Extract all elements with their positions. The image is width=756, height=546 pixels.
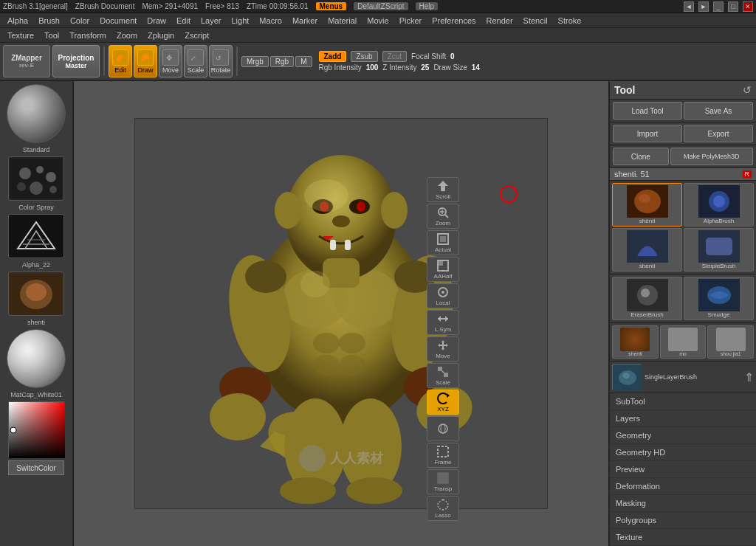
zsub-button[interactable]: Zsub <box>351 51 377 62</box>
default-script[interactable]: DefaultZScript <box>354 2 408 10</box>
menu-color[interactable]: Color <box>66 15 94 26</box>
menu-stroke[interactable]: Stroke <box>554 15 586 26</box>
menu-layer[interactable]: Layer <box>196 15 226 26</box>
single-brush-thumb[interactable] <box>612 364 642 390</box>
brush-item-smudge[interactable]: Smudge <box>684 277 754 320</box>
lasso-tool[interactable]: Lasso <box>427 496 459 521</box>
single-brush-label: SingleLayerBrush <box>645 373 741 381</box>
menu-brush[interactable]: Brush <box>34 15 64 26</box>
load-tool-button[interactable]: Load Tool <box>613 102 682 120</box>
scale-tool[interactable]: Scale <box>427 363 459 388</box>
svg-point-25 <box>339 355 365 376</box>
clone-button[interactable]: Clone <box>613 148 669 165</box>
tool-item-subtool[interactable]: SubTool <box>610 393 756 410</box>
brush-arrow-icon[interactable]: ⇑ <box>744 370 754 384</box>
rotate-tool[interactable]: XYZ <box>427 390 459 415</box>
brush-item-alphabrush[interactable]: AlphaBrush <box>684 183 754 227</box>
menu-stencil[interactable]: Stencil <box>519 15 552 26</box>
brush-item-shenti2[interactable]: shenti <box>612 228 682 272</box>
minimize-btn[interactable]: _ <box>713 1 724 12</box>
rgb-button[interactable]: Rgb <box>270 56 294 67</box>
menu-document[interactable]: Document <box>95 15 141 26</box>
tool-item-layers[interactable]: Layers <box>610 410 756 427</box>
brush-item-eraser[interactable]: EraserBrush <box>612 277 682 320</box>
tool-item-polygroups[interactable]: Polygroups <box>610 512 756 529</box>
menu-light[interactable]: Light <box>227 15 254 26</box>
brush-item-simplebrush[interactable]: SimpleBrush <box>684 228 754 272</box>
menus-btn[interactable]: Menus <box>316 2 347 10</box>
menu-preferences[interactable]: Preferences <box>427 15 480 26</box>
scale-button[interactable]: ⤢ Scale <box>184 45 207 77</box>
brush-item-sm-3[interactable]: shou jia1 <box>707 325 754 359</box>
switch-color-button[interactable]: SwitchColor <box>8 460 64 475</box>
scroll-tool[interactable]: Scroll <box>427 177 459 202</box>
maximize-btn[interactable]: □ <box>728 1 738 12</box>
zoom-tool[interactable]: Zoom <box>427 204 459 229</box>
zadd-button[interactable]: Zadd <box>319 51 347 62</box>
load-save-row: Load Tool Save As <box>610 100 756 122</box>
brush-item-shenti[interactable]: shenti <box>612 183 682 227</box>
make-polymesh-button[interactable]: Make PolyMesh3D <box>670 148 753 165</box>
import-button[interactable]: Import <box>613 125 682 142</box>
menu-texture[interactable]: Texture <box>3 30 38 41</box>
save-as-button[interactable]: Save As <box>684 102 753 120</box>
menu-transform[interactable]: Transform <box>65 30 111 41</box>
tool-item-preview[interactable]: Preview <box>610 461 756 478</box>
menu-zoom[interactable]: Zoom <box>112 30 142 41</box>
menu-alpha[interactable]: Alpha <box>3 15 32 26</box>
local-tool[interactable]: Local <box>427 283 459 308</box>
frame-tool[interactable]: Frame <box>427 443 459 468</box>
tool-item-deformation[interactable]: Deformation <box>610 478 756 495</box>
brush-item-sm-1[interactable]: shenti <box>612 325 659 359</box>
refresh-icon[interactable]: ↺ <box>743 84 752 96</box>
menu-marker[interactable]: Marker <box>288 15 322 26</box>
tool-item-geometry-hd[interactable]: Geometry HD <box>610 444 756 461</box>
canvas-inner[interactable]: 人人素材 <box>134 118 548 509</box>
tool-item-masking[interactable]: Masking <box>610 495 756 512</box>
zcut-button[interactable]: Zcut <box>382 51 407 62</box>
menu-edit[interactable]: Edit <box>172 15 195 26</box>
m-button[interactable]: M <box>295 56 312 67</box>
svg-text:✥: ✥ <box>166 54 172 62</box>
nav-left[interactable]: ◄ <box>684 1 694 12</box>
canvas-area[interactable]: 人人素材 Scroll Zoom Actual AAHalf <box>74 81 608 546</box>
menu-movie[interactable]: Movie <box>362 15 393 26</box>
mrgb-button[interactable]: Mrgb <box>241 56 269 67</box>
alpha-swatch[interactable] <box>8 214 64 258</box>
standard-brush-swatch[interactable] <box>7 84 66 143</box>
close-btn[interactable]: ✕ <box>743 1 753 12</box>
draw-button[interactable]: Draw <box>134 45 157 77</box>
transp-tool[interactable]: Transp <box>427 469 459 494</box>
aahalf-tool[interactable]: AAHalf <box>427 257 459 282</box>
menu-picker[interactable]: Picker <box>395 15 427 26</box>
menu-zplugin[interactable]: Zplugin <box>143 30 179 41</box>
rgb-intensity-label: Rgb Intensity 100 <box>319 63 379 72</box>
rotate-button[interactable]: ↺ Rotate <box>209 45 233 77</box>
brush-thumb-sm-1 <box>620 328 650 351</box>
menu-zscript[interactable]: Zscript <box>180 30 213 41</box>
nav-right[interactable]: ► <box>698 1 709 12</box>
tool-item-geometry[interactable]: Geometry <box>610 427 756 444</box>
move-tool[interactable]: Move <box>427 336 459 362</box>
color-spray-swatch[interactable] <box>8 156 64 201</box>
menu-render[interactable]: Render <box>482 15 518 26</box>
svg-point-35 <box>381 192 408 229</box>
export-button[interactable]: Export <box>684 125 753 142</box>
move-button[interactable]: ✥ Move <box>159 45 182 77</box>
zmapper-button[interactable]: ZMapper rev-E <box>3 45 50 77</box>
gyro-tool[interactable] <box>427 416 459 441</box>
matcap-swatch[interactable] <box>7 329 66 388</box>
menu-draw[interactable]: Draw <box>142 15 171 26</box>
menu-material[interactable]: Material <box>323 15 361 26</box>
menu-macro[interactable]: Macro <box>255 15 286 26</box>
color-picker[interactable] <box>8 401 64 457</box>
edit-button[interactable]: Edit <box>109 45 132 77</box>
projection-master-button[interactable]: Projection Master <box>52 45 100 77</box>
help-btn[interactable]: Help <box>416 2 439 10</box>
lsym-tool[interactable]: L.Sym <box>427 310 459 335</box>
brush-item-sm-2[interactable]: mo <box>660 325 707 359</box>
tool-item-texture[interactable]: Texture <box>610 529 756 546</box>
shenti-swatch[interactable] <box>8 272 64 316</box>
actual-tool[interactable]: Actual <box>427 230 459 255</box>
menu-tool[interactable]: Tool <box>40 30 63 41</box>
